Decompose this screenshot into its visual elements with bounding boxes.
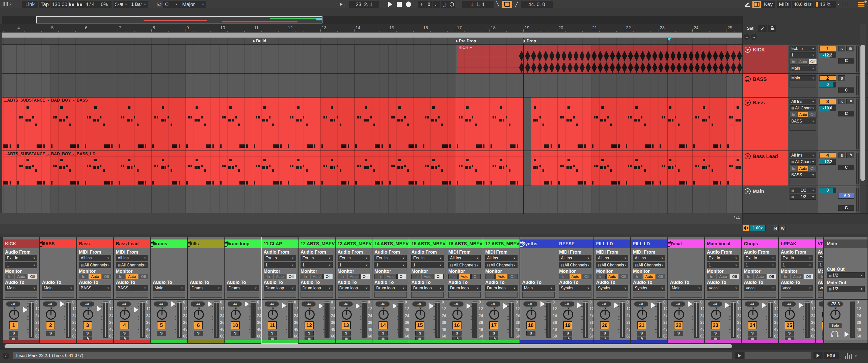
mixer-strip-voc[interactable]: VOCAudio FromExt. In▼1▼MonitorInAutoOffA… bbox=[816, 237, 823, 343]
volume-fader[interactable] bbox=[288, 301, 293, 338]
input-type-dropdown[interactable]: Ext. In▼ bbox=[781, 255, 813, 261]
fader-handle-triangle[interactable] bbox=[540, 301, 545, 307]
pan-display[interactable]: C bbox=[838, 88, 855, 93]
cue-volume-display[interactable]: -6.0 bbox=[838, 193, 855, 199]
pan-knob[interactable] bbox=[526, 309, 536, 320]
monitor-off-button[interactable]: Off bbox=[287, 274, 296, 279]
volume-fader[interactable] bbox=[768, 301, 773, 338]
input-type-dropdown[interactable]: Ext. In▼ bbox=[818, 255, 823, 261]
preview-play-button[interactable] bbox=[735, 352, 744, 359]
sub-output-field[interactable] bbox=[190, 292, 222, 298]
mixer-strip-main-vocal[interactable]: Main VocalAudio FromExt. In▼1▼MonitorInA… bbox=[705, 237, 741, 343]
sub-output-field[interactable] bbox=[485, 292, 518, 298]
pan-knob[interactable] bbox=[342, 309, 352, 320]
monitor-off-button[interactable]: Off bbox=[804, 274, 813, 279]
track-header-bass-lead[interactable]: Bass LeadAll Ins▼▮▮All Channe▼InAutoOffB… bbox=[743, 151, 864, 186]
monitor-in-button[interactable]: In bbox=[789, 59, 797, 65]
peak-level-display[interactable]: -∞ bbox=[486, 301, 500, 306]
info-icon[interactable]: i bbox=[2, 353, 9, 359]
prev-locator-button[interactable]: ← bbox=[744, 34, 750, 40]
sub-output-field[interactable] bbox=[670, 292, 702, 298]
io-dropdown[interactable]: ▮▮1/2▼ bbox=[789, 188, 816, 193]
sub-output-field[interactable] bbox=[338, 292, 370, 298]
solo-button[interactable]: S bbox=[526, 331, 535, 335]
volume-fader[interactable] bbox=[362, 301, 367, 338]
fader-handle-triangle[interactable] bbox=[688, 301, 692, 307]
monitor-off-button[interactable]: Off bbox=[397, 274, 407, 279]
volume-display[interactable]: -12.2 bbox=[819, 53, 836, 58]
track-activator[interactable]: 12 bbox=[305, 321, 314, 329]
monitor-in-button[interactable]: In bbox=[559, 274, 568, 279]
monitor-in-button[interactable]: In bbox=[789, 112, 797, 118]
follow-playback-icon[interactable] bbox=[743, 225, 749, 231]
mixer-strip-13-abts_mbevol[interactable]: 13 ABTS_MBEVOLAudio FromExt. In▼1▼Monito… bbox=[336, 237, 372, 343]
strip-name-bar[interactable]: 15 ABTS_MBEVOL bbox=[409, 239, 445, 248]
solo-button[interactable]: S bbox=[637, 331, 646, 335]
status-extra-field[interactable] bbox=[745, 352, 811, 359]
monitor-off-button[interactable]: Off bbox=[809, 166, 817, 171]
peak-level-display[interactable]: -∞ bbox=[450, 301, 464, 306]
track-activator[interactable]: 2 bbox=[46, 321, 55, 329]
track-header-bass[interactable]: BASSMain▼2S0C bbox=[743, 74, 864, 97]
session-record-brackets-icon[interactable]: [ ] bbox=[440, 1, 447, 8]
monitor-in-button[interactable]: In bbox=[79, 274, 88, 279]
scale-name-selector[interactable]: Major▼ bbox=[180, 1, 207, 8]
sub-output-field[interactable] bbox=[226, 292, 259, 298]
io-dropdown[interactable]: BASS▼ bbox=[789, 119, 816, 124]
input-type-dropdown[interactable]: All Ins▼ bbox=[485, 255, 518, 261]
peak-level-display[interactable]: -∞ bbox=[43, 301, 57, 306]
output-dropdown[interactable]: Drums▼ bbox=[226, 285, 259, 291]
peak-level-display[interactable]: -∞ bbox=[597, 301, 611, 306]
solo-button[interactable]: S bbox=[600, 331, 609, 335]
track-activator[interactable]: 3 bbox=[83, 321, 92, 329]
empty-io-field[interactable] bbox=[789, 125, 816, 131]
monitor-in-button[interactable]: In bbox=[485, 274, 495, 279]
mixer-strip-chops[interactable]: ChopsAudio FromExt. In▼1▼MonitorInAutoOf… bbox=[742, 237, 778, 343]
locator-pencil-button[interactable] bbox=[758, 25, 767, 32]
monitor-auto-button[interactable]: Auto bbox=[606, 274, 618, 279]
input-channel-dropdown[interactable]: 1▼ bbox=[264, 262, 296, 268]
pan-knob[interactable] bbox=[157, 309, 167, 320]
input-channel-dropdown[interactable]: ▮▮All Channels▼ bbox=[596, 262, 628, 268]
pan-display[interactable]: C bbox=[838, 111, 855, 117]
volume-fader[interactable] bbox=[103, 301, 108, 338]
output-dropdown[interactable]: Drum loop▼ bbox=[338, 285, 370, 291]
main-volume-display[interactable]: 0 bbox=[819, 188, 836, 193]
mixer-strip-vocal[interactable]: VocalAudio ToMain▼-∞22S01224364860 bbox=[668, 237, 704, 343]
strip-name-bar[interactable]: Bass Lead bbox=[114, 239, 150, 248]
re-enable-automation-icon[interactable]: ← bbox=[433, 1, 440, 8]
pan-knob[interactable] bbox=[711, 309, 721, 320]
pan-knob[interactable] bbox=[453, 309, 463, 320]
strip-name-bar[interactable]: VOC bbox=[816, 239, 823, 248]
mixer-strip-kick[interactable]: KICKAudio FromExt. In▼1▼MonitorInAutoOff… bbox=[3, 237, 39, 343]
fader-handle-triangle[interactable] bbox=[134, 307, 138, 312]
output-dropdown[interactable]: BASS▼ bbox=[79, 285, 111, 291]
track-name-area[interactable]: Bass Lead bbox=[743, 151, 788, 186]
track-activator[interactable]: 21 bbox=[637, 321, 646, 329]
peak-level-display[interactable]: -∞ bbox=[302, 301, 316, 306]
sub-output-field[interactable] bbox=[411, 292, 443, 298]
mixer-horizontal-scrollbar[interactable] bbox=[4, 344, 732, 348]
arrangement-overview[interactable] bbox=[2, 15, 742, 24]
monitor-auto-button[interactable]: Auto bbox=[311, 274, 323, 279]
output-dropdown[interactable]: Drum loop▼ bbox=[301, 285, 333, 291]
track-activator[interactable]: 15 bbox=[415, 321, 425, 329]
automation-arm-icon[interactable]: 8 bbox=[426, 1, 433, 8]
input-type-dropdown[interactable]: All Ins▼ bbox=[633, 255, 665, 261]
track-lane-bass[interactable]: ...ABTS_SUBSTANCE_-_BAD_BOY_-_BASS bbox=[2, 98, 742, 151]
mixer-strip-drum-loop[interactable]: Drum loopAudio ToDrums▼-∞10S01224364860 bbox=[224, 237, 261, 343]
track-lane-bass[interactable] bbox=[2, 74, 742, 97]
capture-midi-icon[interactable] bbox=[448, 1, 455, 8]
volume-fader[interactable] bbox=[398, 301, 403, 338]
solo-button[interactable]: S bbox=[120, 331, 129, 335]
locator-lane[interactable]: BuildPre DropDrop bbox=[2, 38, 742, 45]
monitor-in-button[interactable]: In bbox=[264, 274, 273, 279]
monitor-auto-button[interactable]: Auto bbox=[798, 166, 808, 171]
fader-handle-triangle[interactable] bbox=[651, 302, 655, 308]
output-dropdown[interactable]: Drum loop▼ bbox=[448, 285, 481, 291]
clip[interactable]: ...ABTS_SUBSTANCE_-_BAD_BOY_-_BASS bbox=[2, 98, 524, 151]
monitor-in-button[interactable]: In bbox=[707, 274, 716, 279]
fader-handle-triangle[interactable] bbox=[762, 302, 766, 308]
peak-level-display[interactable]: -∞ bbox=[265, 301, 279, 306]
pan-display[interactable]: C bbox=[838, 58, 855, 64]
